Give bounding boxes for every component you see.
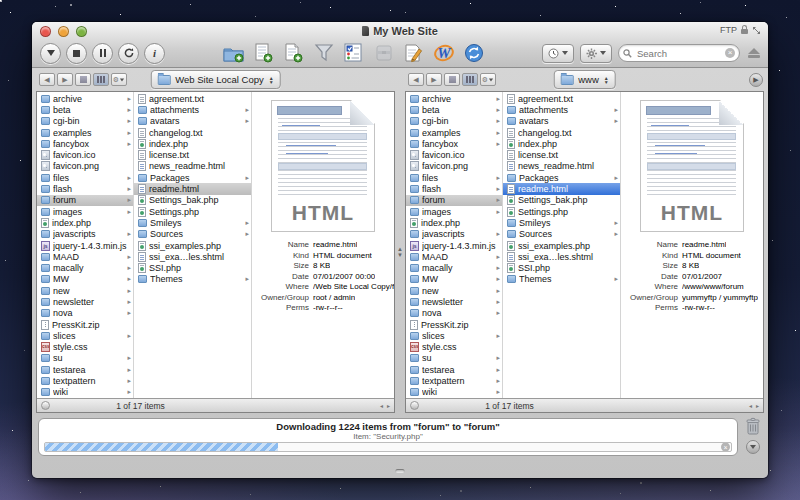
- file-row[interactable]: MAAD▸: [37, 251, 133, 262]
- forward-button[interactable]: ▶: [426, 73, 442, 86]
- file-row[interactable]: Themes▸: [134, 274, 251, 285]
- file-row[interactable]: avatars▸: [134, 116, 251, 127]
- w-logo-icon[interactable]: W: [433, 43, 454, 64]
- file-row[interactable]: forum▸: [37, 195, 133, 206]
- download-button[interactable]: [40, 43, 61, 64]
- file-row[interactable]: license.txt: [503, 149, 620, 160]
- panel-splitter[interactable]: ▲ ▼: [395, 91, 405, 413]
- filter-icon[interactable]: [313, 43, 334, 64]
- file-row[interactable]: news_readme.html: [503, 161, 620, 172]
- file-row[interactable]: MAAD▸: [406, 251, 502, 262]
- file-row[interactable]: Sources▸: [134, 229, 251, 240]
- file-row[interactable]: index.php: [134, 138, 251, 149]
- icon-view-button[interactable]: [444, 73, 460, 86]
- search-field[interactable]: ×: [618, 44, 740, 62]
- file-row[interactable]: files▸: [406, 172, 502, 183]
- file-row[interactable]: forum▸: [406, 195, 502, 206]
- column-view-button[interactable]: [93, 73, 109, 86]
- file-row[interactable]: slices▸: [37, 330, 133, 341]
- file-row[interactable]: Settings.php: [134, 206, 251, 217]
- file-row[interactable]: fancybox▸: [37, 138, 133, 149]
- go-button[interactable]: ▶: [749, 73, 763, 87]
- file-row[interactable]: wiki▸: [406, 387, 502, 398]
- zoom-button[interactable]: [76, 26, 87, 37]
- file-row[interactable]: Packages▸: [503, 172, 620, 183]
- file-row[interactable]: jsjquery-1.4.3.min.js: [37, 240, 133, 251]
- file-row[interactable]: files▸: [37, 172, 133, 183]
- file-row[interactable]: nova▸: [406, 308, 502, 319]
- tasks-icon[interactable]: [343, 43, 364, 64]
- file-row[interactable]: flash▸: [37, 183, 133, 194]
- stop-button[interactable]: [66, 43, 87, 64]
- file-row[interactable]: cgi-bin▸: [37, 116, 133, 127]
- file-row[interactable]: Settings_bak.php: [503, 195, 620, 206]
- file-row[interactable]: favicon.ico: [406, 149, 502, 160]
- right-actions-button[interactable]: ⚙: [480, 73, 496, 86]
- file-row[interactable]: avatars▸: [503, 116, 620, 127]
- scroll-arrows[interactable]: ◂▸: [749, 402, 763, 409]
- file-row[interactable]: changelog.txt: [134, 127, 251, 138]
- forward-button[interactable]: ▶: [57, 73, 73, 86]
- cancel-transfer-icon[interactable]: ×: [721, 443, 730, 452]
- titlebar[interactable]: My Web Site FTP: [32, 22, 768, 39]
- file-row[interactable]: attachments▸: [503, 104, 620, 115]
- file-row[interactable]: MW▸: [37, 274, 133, 285]
- file-row[interactable]: su▸: [406, 353, 502, 364]
- file-row[interactable]: examples▸: [37, 127, 133, 138]
- right-path-selector[interactable]: www ▲▼: [553, 70, 616, 89]
- file-row[interactable]: agreement.txt: [503, 93, 620, 104]
- file-row[interactable]: slices▸: [406, 330, 502, 341]
- file-row[interactable]: cgi-bin▸: [406, 116, 502, 127]
- actions-dropdown[interactable]: [580, 44, 612, 63]
- file-row[interactable]: index.php: [406, 217, 502, 228]
- trash-icon[interactable]: [745, 417, 761, 440]
- history-dropdown[interactable]: [542, 44, 574, 63]
- back-button[interactable]: ◀: [408, 73, 424, 86]
- edit-icon[interactable]: [403, 43, 424, 64]
- fullscreen-icon[interactable]: [752, 26, 761, 35]
- new-folder-icon[interactable]: [223, 43, 244, 64]
- file-row[interactable]: cssstyle.css: [406, 342, 502, 353]
- file-row[interactable]: favicon.ico: [37, 149, 133, 160]
- file-row[interactable]: testarea▸: [37, 364, 133, 375]
- file-row[interactable]: wiki▸: [37, 387, 133, 398]
- file-row[interactable]: Smileys▸: [134, 217, 251, 228]
- file-row[interactable]: Themes▸: [503, 274, 620, 285]
- file-row[interactable]: changelog.txt: [503, 127, 620, 138]
- file-row[interactable]: ssi_exa…les.shtml: [134, 251, 251, 262]
- collapse-transfers-button[interactable]: [746, 440, 760, 454]
- refresh-button[interactable]: [118, 43, 139, 64]
- window-drag-dimple[interactable]: [396, 469, 405, 473]
- file-row[interactable]: index.php: [37, 217, 133, 228]
- file-row[interactable]: textpattern▸: [406, 375, 502, 386]
- file-row[interactable]: cssstyle.css: [37, 342, 133, 353]
- file-row[interactable]: Settings.php: [503, 206, 620, 217]
- file-row[interactable]: ssi_examples.php: [134, 240, 251, 251]
- file-row[interactable]: textpattern▸: [37, 375, 133, 386]
- file-row[interactable]: su▸: [37, 353, 133, 364]
- new-file-icon[interactable]: [253, 43, 274, 64]
- left-path-selector[interactable]: Web Site Local Copy ▲▼: [150, 70, 281, 89]
- icon-view-button[interactable]: [75, 73, 91, 86]
- file-row[interactable]: SSI.php: [134, 262, 251, 273]
- file-row[interactable]: nova▸: [37, 308, 133, 319]
- file-row[interactable]: ssi_exa…les.shtml: [503, 251, 620, 262]
- back-button[interactable]: ◀: [39, 73, 55, 86]
- file-row[interactable]: testarea▸: [406, 364, 502, 375]
- file-row[interactable]: license.txt: [134, 149, 251, 160]
- file-row[interactable]: Smileys▸: [503, 217, 620, 228]
- sync-icon[interactable]: [463, 43, 484, 64]
- clear-search-icon[interactable]: ×: [725, 48, 735, 58]
- file-row[interactable]: index.php: [503, 138, 620, 149]
- file-row[interactable]: examples▸: [406, 127, 502, 138]
- pause-button[interactable]: [92, 43, 113, 64]
- file-row[interactable]: readme.html: [134, 183, 251, 194]
- left-actions-button[interactable]: ⚙: [111, 73, 127, 86]
- file-row[interactable]: new▸: [37, 285, 133, 296]
- info-button[interactable]: i: [144, 43, 165, 64]
- file-row[interactable]: Packages▸: [134, 172, 251, 183]
- file-row[interactable]: favicon.png: [406, 161, 502, 172]
- file-row[interactable]: beta▸: [37, 104, 133, 115]
- file-row[interactable]: PressKit.zip: [406, 319, 502, 330]
- file-row[interactable]: images▸: [406, 206, 502, 217]
